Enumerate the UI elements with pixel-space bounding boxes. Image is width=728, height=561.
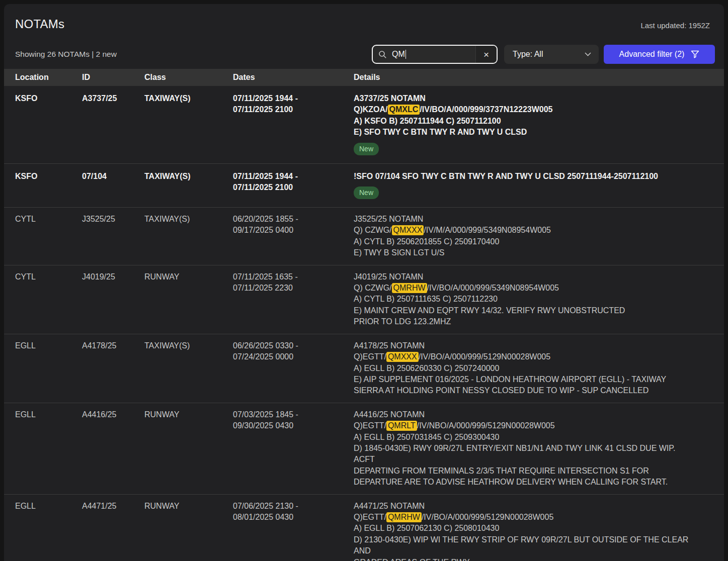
cell-id: J4019/25 [82, 271, 144, 328]
table-row[interactable]: EGLL A4178/25 TAXIWAY(S) 06/26/2025 0330… [4, 334, 724, 403]
notam-line: A) EGLL B) 2507031845 C) 2509300430 [354, 432, 709, 443]
cell-id: J3525/25 [82, 214, 144, 259]
table-row[interactable]: KSFO A3737/25 TAXIWAY(S) 07/11/2025 1944… [4, 86, 724, 164]
line-text: D) 1845-0430E) RWY 09R/27L ENTRY/EXIT NB… [354, 444, 675, 452]
notam-line: E) TWY B SIGN LGT U/S [354, 247, 709, 258]
cell-class: RUNWAY [144, 501, 233, 561]
page-title: NOTAMs [15, 17, 64, 31]
new-badge: New [354, 143, 379, 155]
line-text: A) CYTL B) 2506201855 C) 2509170400 [354, 237, 499, 246]
line-text: A) EGLL B) 2507062130 C) 2508010430 [354, 524, 499, 532]
line-text: /IV/BO/A/000/999/5129N00028W005 [422, 513, 553, 521]
notam-line: A) KSFO B) 2507111944 C) 2507112100 [354, 116, 709, 127]
type-filter-label: Type: All [513, 50, 543, 59]
cell-dates: 07/03/2025 1845 - 09/30/2025 0430 [233, 409, 354, 488]
line-text: Q) CZWG/ [354, 226, 392, 234]
line-text: !SFO 07/104 SFO TWY C BTN TWY R AND TWY … [354, 172, 658, 180]
line-text: Q)EGTT/ [354, 421, 386, 430]
date-line: 07/03/2025 1845 - [233, 409, 349, 420]
cell-id: A4178/25 [82, 340, 144, 397]
date-line: 07/24/2025 0000 [233, 351, 349, 362]
notam-line: PRIOR TO LDG 123.2MHZ [354, 316, 709, 327]
cell-id: A4471/25 [82, 501, 144, 561]
table-row[interactable]: CYTL J3525/25 TAXIWAY(S) 06/20/2025 1855… [4, 208, 724, 265]
table-row[interactable]: EGLL A4416/25 RUNWAY 07/03/2025 1845 - 0… [4, 403, 724, 495]
search-clear-button[interactable]: × [475, 46, 497, 63]
line-text: E) SFO TWY C BTN TWY R AND TWY U CLSD [354, 128, 527, 136]
line-text: E) TWY B SIGN LGT U/S [354, 248, 444, 257]
date-line: 07/11/2025 2100 [233, 182, 349, 193]
qcode-highlight: QMRHW [392, 283, 427, 293]
notam-line: Q)KZOA/QMXLC/IV/BO/A/000/999/3737N12223W… [354, 104, 709, 115]
search-icon [378, 50, 387, 59]
cell-dates: 06/26/2025 0330 - 07/24/2025 0000 [233, 340, 354, 397]
table-row[interactable]: KSFO 07/104 TAXIWAY(S) 07/11/2025 1944 -… [4, 164, 724, 208]
cell-location: EGLL [15, 340, 82, 397]
panel-header: NOTAMs Last updated: 1952Z [4, 4, 724, 31]
notam-line: J4019/25 NOTAMN [354, 271, 709, 283]
notam-line: E) AIP SUPPLEMENT 016/2025 - LONDON HEAT… [354, 374, 709, 385]
notam-line: A4471/25 NOTAMN [354, 501, 709, 512]
notam-line: A3737/25 NOTAMN [354, 93, 709, 104]
cell-dates: 07/06/2025 2130 - 08/01/2025 0430 [233, 501, 354, 561]
cell-details: A4416/25 NOTAMN Q)EGTT/QMRLT/IV/NBO/A/00… [354, 409, 714, 488]
line-text: E) AIP SUPPLEMENT 016/2025 - LONDON HEAT… [354, 375, 666, 384]
cell-location: EGLL [15, 409, 82, 488]
qcode-highlight: QMRHW [386, 512, 422, 522]
cell-dates: 07/11/2025 1944 - 07/11/2025 2100 [233, 93, 354, 155]
cell-details: A3737/25 NOTAMN Q)KZOA/QMXLC/IV/BO/A/000… [354, 93, 714, 155]
notam-line: DEPARTING FROM TERMINALS 2/3/5 THAT REQU… [354, 465, 709, 477]
notam-line: AND [354, 545, 709, 556]
qcode-highlight: QMXLC [388, 105, 420, 115]
date-line: 06/20/2025 1855 - [233, 214, 349, 225]
cell-location: CYTL [15, 214, 82, 259]
date-line: 09/17/2025 0400 [233, 225, 349, 236]
date-line: 07/11/2025 1944 - [233, 171, 349, 182]
line-text: Q)EGTT/ [354, 352, 386, 361]
cell-details: A4178/25 NOTAMN Q)EGTT/QMXXX/IV/BO/A/000… [354, 340, 714, 397]
line-text: DEPARTURE ARE TO ADVISE HEATHROW DELIVER… [354, 478, 668, 486]
line-text: GRADED AREAS OF THE RWY. [354, 558, 471, 561]
line-text: A) EGLL B) 2507031845 C) 2509300430 [354, 433, 499, 441]
line-text: Q) CZWG/ [354, 284, 392, 292]
qcode-highlight: QMRLT [386, 421, 417, 431]
cell-class: TAXIWAY(S) [144, 171, 233, 199]
notam-line: A) CYTL B) 2506201855 C) 2509170400 [354, 236, 709, 247]
line-text: ACFT [354, 455, 375, 463]
cell-class: TAXIWAY(S) [144, 340, 233, 397]
notam-line: Q)EGTT/QMRHW/IV/BO/A/000/999/5129N00028W… [354, 512, 709, 523]
notam-line: D) 1845-0430E) RWY 09R/27L ENTRY/EXIT NB… [354, 443, 709, 454]
cell-details: A4471/25 NOTAMN Q)EGTT/QMRHW/IV/BO/A/000… [354, 501, 714, 561]
table-row[interactable]: CYTL J4019/25 RUNWAY 07/11/2025 1635 - 0… [4, 265, 724, 334]
notam-line: A) CYTL B) 2507111635 C) 2507112230 [354, 294, 709, 305]
advanced-filter-button[interactable]: Advanced filter (2) [604, 45, 715, 64]
date-line: 07/06/2025 2130 - [233, 501, 349, 512]
chevron-down-icon [585, 52, 591, 56]
line-text: A4471/25 NOTAMN [354, 502, 425, 510]
cell-location: KSFO [15, 171, 82, 199]
results-count-text: Showing 26 NOTAMs | 2 new [15, 50, 117, 59]
line-text: A3737/25 NOTAMN [354, 94, 426, 103]
line-text: AND [354, 546, 371, 555]
date-line: 07/11/2025 1944 - [233, 93, 349, 104]
cell-class: TAXIWAY(S) [144, 214, 233, 259]
line-text: /IV/NBO/A/000/999/5129N00028W005 [417, 421, 555, 430]
notam-line: !SFO 07/104 SFO TWY C BTN TWY R AND TWY … [354, 171, 709, 182]
search-input[interactable]: QM × [372, 45, 498, 64]
cell-class: RUNWAY [144, 409, 233, 488]
type-filter-dropdown[interactable]: Type: All [504, 45, 599, 64]
last-updated-text: Last updated: 1952Z [640, 21, 710, 30]
search-value: QM [392, 50, 405, 59]
notams-panel: NOTAMs Last updated: 1952Z Showing 26 NO… [4, 4, 724, 561]
funnel-icon [691, 50, 699, 58]
notam-line: A) EGLL B) 2507062130 C) 2508010430 [354, 523, 709, 534]
table-row[interactable]: EGLL A4471/25 RUNWAY 07/06/2025 2130 - 0… [4, 495, 724, 561]
date-line: 07/11/2025 1635 - [233, 271, 349, 283]
cell-location: CYTL [15, 271, 82, 328]
line-text: J4019/25 NOTAMN [354, 272, 423, 281]
line-text: /IV/BO/A/000/999/3737N12223W005 [420, 105, 552, 114]
line-text: A4416/25 NOTAMN [354, 410, 425, 419]
notam-line: SIERRA AT HOLDING POINT NESSY CLOSED DUE… [354, 385, 709, 396]
cell-details: !SFO 07/104 SFO TWY C BTN TWY R AND TWY … [354, 171, 714, 199]
date-line: 07/11/2025 2100 [233, 104, 349, 115]
